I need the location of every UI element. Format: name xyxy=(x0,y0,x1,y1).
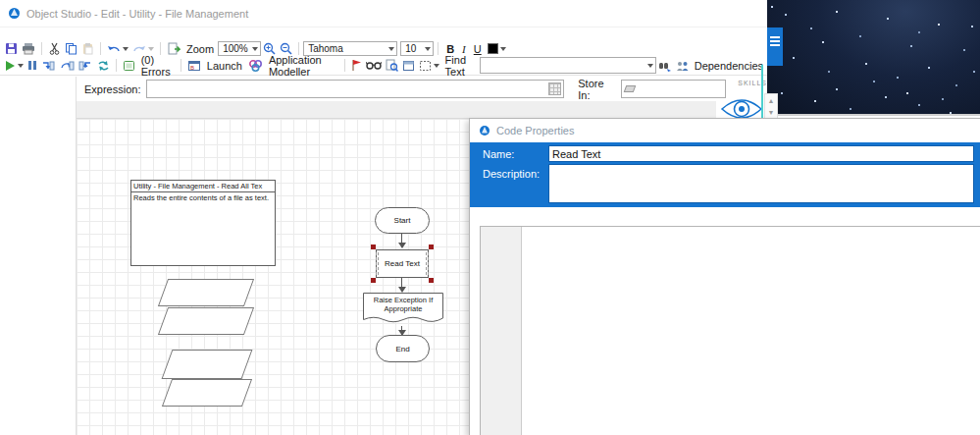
connector-arrow xyxy=(401,326,402,335)
step-out-icon[interactable] xyxy=(77,58,95,73)
divider xyxy=(100,42,101,55)
watch-glasses-icon[interactable] xyxy=(364,58,384,73)
paste-icon[interactable] xyxy=(79,41,96,56)
dependencies-label[interactable]: Dependencies xyxy=(691,60,767,72)
redo-dropdown-icon[interactable] xyxy=(148,47,154,51)
code-text[interactable] xyxy=(522,227,530,435)
data-item-stage[interactable] xyxy=(162,350,253,379)
divider xyxy=(344,59,345,72)
raise-exception-stage[interactable]: Raise Exception IfAppropriate xyxy=(363,293,443,325)
menu-bar xyxy=(0,27,767,41)
selection-handle[interactable] xyxy=(371,278,376,283)
cut-icon[interactable] xyxy=(46,41,63,56)
tab-scrollbar[interactable]: ▲▼ xyxy=(764,93,778,120)
references-icon[interactable] xyxy=(674,58,691,73)
code-editor[interactable] xyxy=(480,226,980,435)
application-modeller-icon[interactable] xyxy=(246,58,265,73)
page-description-note[interactable]: Utility - File Management - Read All Tex… xyxy=(130,180,276,266)
font-color-button[interactable] xyxy=(486,41,508,56)
connector-arrow xyxy=(401,234,402,247)
data-item-stage[interactable] xyxy=(158,307,254,335)
start-stage[interactable]: Start xyxy=(375,207,430,234)
find-text-label: Find Text xyxy=(441,54,480,78)
docked-panel-tab[interactable] xyxy=(767,27,783,66)
undo-icon[interactable] xyxy=(105,41,130,56)
divider xyxy=(181,59,181,72)
region-select-icon[interactable] xyxy=(417,58,441,73)
window-title: Object Studio - Edit - Utility - File Ma… xyxy=(26,8,248,20)
note-title: Utility - File Management - Read All Tex xyxy=(131,181,275,192)
expression-bar: Expression: Store In: SKILLS xyxy=(77,77,767,101)
region-dropdown-icon[interactable] xyxy=(434,64,439,68)
breakpoint-flag-icon[interactable] xyxy=(349,58,364,73)
errors-count-label[interactable]: (0) Errors xyxy=(137,54,177,78)
description-label: Description: xyxy=(483,168,540,180)
desktop-wallpaper xyxy=(767,0,980,116)
name-label: Name: xyxy=(483,148,514,160)
dialog-header-panel: Name: Description: xyxy=(470,142,980,207)
title-bar: Object Studio - Edit - Utility - File Ma… xyxy=(0,0,767,27)
pause-icon[interactable] xyxy=(26,58,39,73)
object-studio-window: Object Studio - Edit - Utility - File Ma… xyxy=(0,0,980,435)
step-over-icon[interactable] xyxy=(58,58,77,73)
dialog-logo-icon xyxy=(479,125,490,136)
code-properties-dialog: Code Properties Name: Description: xyxy=(469,118,980,435)
divider xyxy=(438,42,438,55)
stage-toolbox xyxy=(0,77,77,435)
store-in-input[interactable] xyxy=(621,80,726,98)
show-window-icon[interactable] xyxy=(400,58,417,73)
end-stage[interactable]: End xyxy=(376,335,430,362)
divider xyxy=(41,42,42,55)
scroll-up-icon: ▲ xyxy=(765,94,777,106)
name-input[interactable] xyxy=(548,145,974,162)
selection-handle[interactable] xyxy=(371,245,376,249)
zoom-label: Zoom xyxy=(182,43,218,55)
app-logo-icon xyxy=(8,7,21,20)
dialog-title: Code Properties xyxy=(496,125,575,136)
launch-icon[interactable]: B xyxy=(185,58,203,73)
scroll-down-icon: ▼ xyxy=(765,106,777,118)
expression-builder-icon[interactable] xyxy=(548,82,561,95)
print-icon[interactable] xyxy=(20,41,37,56)
find-next-icon[interactable] xyxy=(656,58,674,73)
selection-hatch xyxy=(426,252,429,275)
store-in-label: Store In: xyxy=(564,78,621,101)
find-text-input[interactable] xyxy=(480,57,656,74)
run-dropdown-icon[interactable] xyxy=(18,64,24,68)
divider xyxy=(761,65,763,119)
application-modeller-label[interactable]: Application Modeller xyxy=(265,54,340,78)
dialog-title-bar[interactable]: Code Properties xyxy=(470,119,980,142)
expression-label: Expression: xyxy=(77,83,146,95)
launch-label[interactable]: Launch xyxy=(203,60,246,72)
data-item-icon xyxy=(624,85,637,92)
svg-text:B: B xyxy=(190,65,194,71)
description-input[interactable] xyxy=(548,164,974,203)
copy-icon[interactable] xyxy=(63,41,79,56)
font-size-select[interactable]: 10 xyxy=(400,41,434,56)
search-page-icon[interactable] xyxy=(384,58,400,73)
restart-icon[interactable] xyxy=(95,58,112,73)
zoom-level-select[interactable]: 100% xyxy=(218,41,261,56)
read-text-code-stage[interactable]: Read Text xyxy=(376,249,429,278)
line-number-gutter xyxy=(481,227,522,435)
expression-input[interactable] xyxy=(146,80,564,98)
note-body: Reads the entire contents of a file as t… xyxy=(131,192,275,203)
undo-dropdown-icon[interactable] xyxy=(123,47,129,51)
data-item-stage[interactable] xyxy=(162,379,252,407)
step-in-icon[interactable] xyxy=(39,58,58,73)
run-icon[interactable] xyxy=(3,58,26,73)
selection-hatch xyxy=(376,252,379,275)
action-tab-strip xyxy=(77,101,716,119)
selection-handle[interactable] xyxy=(429,245,434,249)
errors-icon[interactable] xyxy=(121,58,137,73)
divider xyxy=(116,59,117,72)
main-toolbar: Zoom 100% Tahoma 10 B I U xyxy=(0,41,767,56)
save-icon[interactable] xyxy=(3,41,20,56)
selection-handle[interactable] xyxy=(429,278,434,283)
connector-arrow xyxy=(401,278,402,292)
debug-toolbar: (0) Errors B Launch Application Modeller… xyxy=(0,56,767,76)
data-item-stage[interactable] xyxy=(158,279,254,306)
